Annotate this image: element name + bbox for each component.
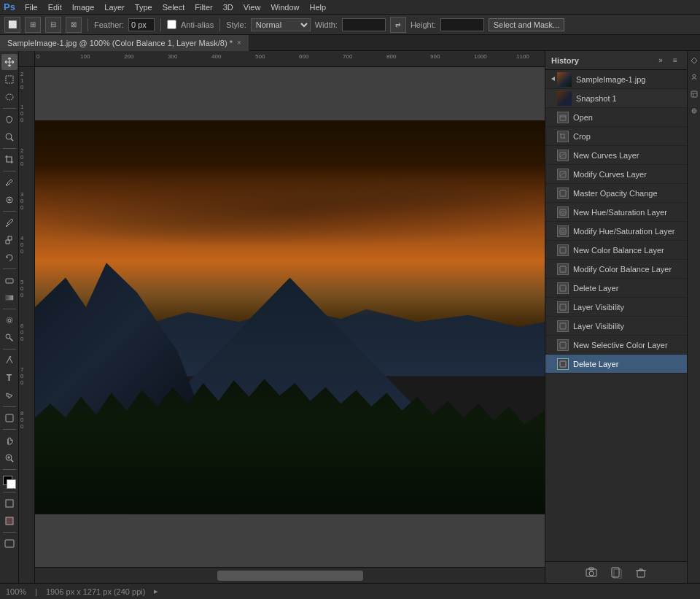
history-item-image[interactable]: SampleImage-1.jpg <box>545 70 687 89</box>
history-item-layer-visibility-2[interactable]: Layer Visibility <box>545 317 687 336</box>
svg-rect-19 <box>560 190 566 196</box>
style-select[interactable]: Normal Fixed Ratio Fixed Size <box>251 18 311 31</box>
anti-alias-checkbox[interactable] <box>167 20 176 29</box>
history-item-open[interactable]: Open <box>545 108 687 127</box>
marquee-tool[interactable] <box>1 72 18 88</box>
sep1 <box>88 18 88 31</box>
menu-layer[interactable]: Layer <box>100 1 129 13</box>
path-select-tool[interactable] <box>1 387 18 403</box>
history-label-13: Layer Visibility <box>573 322 682 331</box>
history-item-opacity[interactable]: Master Opacity Change <box>545 184 687 203</box>
delete-state-btn[interactable] <box>633 565 649 581</box>
scrollbar-thumb-h[interactable] <box>217 571 363 581</box>
history-state-indicator <box>550 75 553 84</box>
history-label-7: New Hue/Saturation Layer <box>573 208 682 217</box>
history-icon-layer-visibility-1 <box>557 301 569 313</box>
history-item-delete-layer-1[interactable]: Delete Layer <box>545 279 687 298</box>
history-item-modify-colorbalance[interactable]: Modify Color Balance Layer <box>545 260 687 279</box>
history-item-new-curves[interactable]: New Curves Layer <box>545 146 687 165</box>
svg-rect-0 <box>6 76 13 83</box>
swap-dimensions-btn[interactable]: ⇄ <box>390 17 406 33</box>
canvas-scrollbar-h[interactable] <box>35 567 545 583</box>
menu-file[interactable]: File <box>20 1 42 13</box>
pen-tool[interactable] <box>1 352 18 368</box>
shape-tool[interactable] <box>1 410 18 426</box>
create-snapshot-btn[interactable] <box>583 565 599 581</box>
svg-rect-13 <box>6 500 13 507</box>
move-tool[interactable] <box>1 54 18 70</box>
clone-stamp-tool[interactable] <box>1 232 18 248</box>
tab-close-btn[interactable]: × <box>237 39 241 47</box>
ruler-v-0: 210 <box>20 71 23 90</box>
history-item-new-hue[interactable]: New Hue/Saturation Layer <box>545 203 687 222</box>
right-panel: History » ≡ SampleImage-1.jpg <box>545 51 687 583</box>
mini-panel-btn-1[interactable] <box>688 53 700 69</box>
menu-select[interactable]: Select <box>158 1 190 13</box>
brush-tool[interactable] <box>1 215 18 231</box>
history-label-14: New Selective Color Layer <box>573 341 682 349</box>
main-layout: T <box>0 51 700 583</box>
intersect-selection-btn[interactable]: ⊠ <box>66 17 82 33</box>
zoom-tool[interactable] <box>1 450 18 466</box>
history-item-modify-curves[interactable]: Modify Curves Layer <box>545 165 687 184</box>
width-input[interactable] <box>342 18 386 31</box>
ruler-v-700: 700 <box>20 366 23 386</box>
dodge-tool[interactable] <box>1 330 18 346</box>
eraser-tool[interactable] <box>1 272 18 288</box>
mini-panel-btn-4[interactable] <box>688 103 700 119</box>
standard-mode-btn[interactable] <box>1 495 18 511</box>
mini-panel-btn-3[interactable] <box>688 86 700 102</box>
new-selection-btn[interactable]: ⬜ <box>4 17 20 33</box>
panel-expand-btn[interactable]: » <box>655 55 666 66</box>
height-input[interactable] <box>440 18 484 31</box>
history-label-6: Master Opacity Change <box>573 189 682 198</box>
panel-menu-btn[interactable]: ≡ <box>669 55 681 66</box>
lasso-tool[interactable] <box>1 112 18 128</box>
healing-tool[interactable] <box>1 192 18 208</box>
history-item-modify-hue[interactable]: Modify Hue/Saturation Layer <box>545 222 687 241</box>
blur-tool[interactable] <box>1 312 18 328</box>
eyedropper-tool[interactable] <box>1 174 18 190</box>
marquee-ellipse-tool[interactable] <box>1 89 18 105</box>
history-item-layer-visibility-1[interactable]: Layer Visibility <box>545 298 687 317</box>
quick-select-tool[interactable] <box>1 129 18 145</box>
history-item-new-colorbalance[interactable]: New Color Balance Layer <box>545 241 687 260</box>
status-arrow[interactable]: ▸ <box>154 587 158 596</box>
feather-input[interactable] <box>128 18 155 31</box>
history-icon-delete-layer-1 <box>557 282 569 294</box>
gradient-tool[interactable] <box>1 290 18 306</box>
history-item-new-selective[interactable]: New Selective Color Layer <box>545 336 687 355</box>
history-icon-delete-layer-2 <box>557 358 569 370</box>
history-label-15: Delete Layer <box>573 360 682 368</box>
history-list[interactable]: SampleImage-1.jpg Snapshot 1 Ope <box>545 70 687 561</box>
select-mask-button[interactable]: Select and Mask... <box>489 18 565 31</box>
history-item-snapshot[interactable]: Snapshot 1 <box>545 89 687 108</box>
svg-point-37 <box>693 74 696 77</box>
menu-view[interactable]: View <box>239 1 265 13</box>
history-item-delete-layer-2[interactable]: Delete Layer <box>545 355 687 374</box>
image-size-info: 1906 px x 1271 px (240 ppi) <box>46 587 145 596</box>
menu-type[interactable]: Type <box>131 1 157 13</box>
history-item-crop[interactable]: Crop <box>545 127 687 146</box>
hand-tool[interactable] <box>1 433 18 449</box>
add-selection-btn[interactable]: ⊞ <box>25 17 41 33</box>
menu-edit[interactable]: Edit <box>44 1 66 13</box>
tool-sep-2 <box>3 148 16 149</box>
subtract-selection-btn[interactable]: ⊟ <box>45 17 61 33</box>
screen-mode-btn[interactable] <box>1 536 18 552</box>
text-tool[interactable]: T <box>1 370 18 386</box>
crop-tool[interactable] <box>1 152 18 168</box>
document-tab[interactable]: SampleImage-1.jpg @ 100% (Color Balance … <box>0 35 249 51</box>
menu-3d[interactable]: 3D <box>219 1 238 13</box>
menu-image[interactable]: Image <box>68 1 99 13</box>
canvas-area: 0 100 200 300 400 500 600 700 800 900 10… <box>19 51 545 583</box>
history-brush-tool[interactable] <box>1 250 18 266</box>
menu-help[interactable]: Help <box>306 1 331 13</box>
mini-panel-btn-2[interactable] <box>688 69 700 85</box>
quick-mask-btn[interactable] <box>1 513 18 529</box>
menu-window[interactable]: Window <box>266 1 303 13</box>
menu-filter[interactable]: Filter <box>190 1 217 13</box>
background-color[interactable] <box>7 479 16 489</box>
create-doc-btn[interactable] <box>608 565 624 581</box>
color-swatches[interactable] <box>3 476 16 489</box>
